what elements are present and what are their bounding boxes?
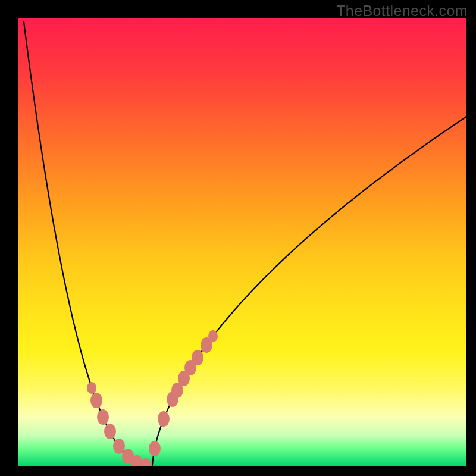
data-marker bbox=[158, 411, 170, 427]
data-marker bbox=[208, 330, 218, 342]
data-marker bbox=[90, 393, 102, 408]
data-marker bbox=[87, 382, 96, 394]
data-marker bbox=[104, 424, 116, 439]
data-marker bbox=[97, 409, 109, 425]
watermark-label: TheBottleneck.com bbox=[336, 2, 468, 20]
chart-plot-area bbox=[18, 18, 466, 466]
data-marker bbox=[149, 441, 161, 456]
data-marker bbox=[192, 350, 203, 365]
bottleneck-curve bbox=[18, 18, 466, 466]
